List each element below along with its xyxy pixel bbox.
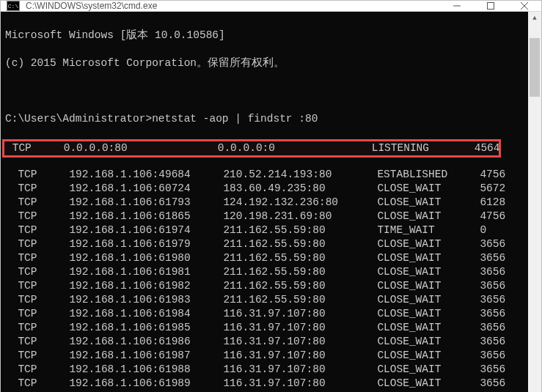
cell-proto: TCP (18, 196, 69, 210)
window-title: C:\WINDOWS\system32\cmd.exe (26, 1, 440, 11)
terminal-area: Microsoft Windows [版本 10.0.10586] (c) 20… (1, 12, 541, 392)
minimize-button[interactable] (440, 1, 474, 11)
cell-foreign: 116.31.97.107:80 (223, 349, 377, 363)
cell-state: CLOSE_WAIT (377, 182, 480, 196)
cell-state: CLOSE_WAIT (377, 265, 480, 279)
cell-proto: TCP (18, 223, 69, 237)
maximize-icon (487, 2, 494, 10)
cell-foreign: 116.31.97.107:80 (223, 307, 377, 321)
cell-foreign: 116.31.97.107:80 (223, 335, 377, 349)
cell-proto: TCP (18, 279, 69, 293)
cell-proto: TCP (18, 377, 69, 391)
banner-line-2: (c) 2015 Microsoft Corporation。保留所有权利。 (5, 56, 524, 70)
cell-foreign: 211.162.55.59:80 (223, 251, 377, 265)
banner-line-1: Microsoft Windows [版本 10.0.10586] (5, 29, 524, 42)
cell-pid: 4756 (480, 210, 505, 223)
highlight-box: TCP0.0.0.0:800.0.0.0:0LISTENING4564 (2, 139, 501, 158)
cell-proto: TCP (18, 363, 69, 377)
cell-local: 192.168.1.106:61793 (69, 196, 223, 210)
cell-pid: 3656 (480, 363, 505, 377)
netstat-row: TCP192.168.1.106:60724183.60.49.235:80CL… (5, 182, 524, 196)
prompt-line: C:\Users\Administrator>netstat -aop | fi… (5, 112, 524, 126)
cell-state: CLOSE_WAIT (377, 363, 480, 377)
netstat-row: TCP192.168.1.106:61987116.31.97.107:80CL… (5, 349, 524, 363)
cell-local: 192.168.1.106:60724 (69, 182, 223, 196)
cell-foreign: 211.162.55.59:80 (223, 223, 377, 237)
cell-foreign: 124.192.132.236:80 (223, 196, 377, 210)
window-controls (440, 1, 541, 11)
cell-pid: 3656 (480, 293, 505, 307)
netstat-row: TCP192.168.1.106:61979211.162.55.59:80CL… (5, 237, 524, 251)
cell-state: LISTENING (372, 141, 475, 155)
cell-state: CLOSE_WAIT (377, 349, 480, 363)
cell-state: ESTABLISHED (377, 168, 480, 182)
scroll-up-button[interactable]: ▲ (528, 12, 541, 25)
cell-state: CLOSE_WAIT (377, 237, 480, 251)
cell-pid: 6128 (480, 196, 505, 210)
cell-pid: 0 (480, 223, 486, 237)
cell-pid: 3656 (480, 321, 505, 335)
cell-local: 192.168.1.106:61986 (69, 335, 223, 349)
cell-local: 192.168.1.106:61980 (69, 251, 223, 265)
cell-local: 192.168.1.106:61985 (69, 321, 223, 335)
cell-state: CLOSE_WAIT (377, 279, 480, 293)
cell-local: 192.168.1.106:61979 (69, 237, 223, 251)
cell-state: TIME_WAIT (377, 223, 480, 237)
cell-proto: TCP (18, 182, 69, 196)
maximize-button[interactable] (474, 1, 508, 11)
cell-pid: 3656 (480, 307, 505, 321)
cell-foreign: 211.162.55.59:80 (223, 265, 377, 279)
cell-local: 192.168.1.106:61984 (69, 307, 223, 321)
minimize-icon (453, 2, 461, 10)
cell-pid: 5672 (480, 182, 505, 196)
cell-local: 192.168.1.106:61974 (69, 223, 223, 237)
netstat-row: TCP192.168.1.106:61793124.192.132.236:80… (5, 196, 524, 210)
cell-pid: 4564 (475, 141, 500, 155)
vertical-scrollbar[interactable]: ▲ ▼ (528, 12, 541, 392)
cell-local: 192.168.1.106:49684 (69, 168, 223, 182)
netstat-row: TCP192.168.1.106:61983211.162.55.59:80CL… (5, 293, 524, 307)
titlebar[interactable]: C:\ C:\WINDOWS\system32\cmd.exe (1, 1, 541, 12)
netstat-row: TCP192.168.1.106:61981211.162.55.59:80CL… (5, 265, 524, 279)
cell-local: 192.168.1.106:61983 (69, 293, 223, 307)
cell-foreign: 210.52.214.193:80 (223, 168, 377, 182)
cell-local: 192.168.1.106:61982 (69, 279, 223, 293)
svg-rect-1 (488, 3, 494, 10)
close-button[interactable] (508, 1, 541, 11)
cell-local: 192.168.1.106:61989 (69, 377, 223, 391)
cell-local: 0.0.0.0:80 (64, 141, 218, 155)
netstat-row: TCP192.168.1.106:61984116.31.97.107:80CL… (5, 307, 524, 321)
highlighted-row: TCP0.0.0.0:800.0.0.0:0LISTENING4564 (5, 140, 524, 154)
cell-proto: TCP (12, 141, 64, 155)
cell-foreign: 116.31.97.107:80 (223, 321, 377, 335)
cell-state: CLOSE_WAIT (377, 321, 480, 335)
terminal-output[interactable]: Microsoft Windows [版本 10.0.10586] (c) 20… (1, 12, 528, 392)
cell-local: 192.168.1.106:61987 (69, 349, 223, 363)
cell-local: 192.168.1.106:61981 (69, 265, 223, 279)
netstat-row: TCP192.168.1.106:61865120.198.231.69:80C… (5, 210, 524, 223)
cell-local: 192.168.1.106:61988 (69, 363, 223, 377)
cell-proto: TCP (18, 237, 69, 251)
cell-foreign: 120.198.231.69:80 (223, 210, 377, 223)
scroll-thumb[interactable] (530, 38, 540, 97)
cell-pid: 4756 (480, 168, 505, 182)
cell-proto: TCP (18, 168, 69, 182)
cell-foreign: 116.31.97.107:80 (223, 363, 377, 377)
netstat-row: TCP192.168.1.106:61980211.162.55.59:80CL… (5, 251, 524, 265)
blank-line (5, 84, 524, 98)
cell-foreign: 0.0.0.0:0 (218, 141, 372, 155)
cmd-window: C:\ C:\WINDOWS\system32\cmd.exe Microsof… (0, 0, 542, 392)
cell-state: CLOSE_WAIT (377, 335, 480, 349)
cell-pid: 3656 (480, 251, 505, 265)
cell-state: CLOSE_WAIT (377, 307, 480, 321)
cell-proto: TCP (18, 307, 69, 321)
cell-proto: TCP (18, 265, 69, 279)
cell-foreign: 116.31.97.107:80 (223, 377, 377, 391)
cell-proto: TCP (18, 293, 69, 307)
cell-local: 192.168.1.106:61865 (69, 210, 223, 223)
cell-pid: 3656 (480, 279, 505, 293)
netstat-row: TCP192.168.1.106:61982211.162.55.59:80CL… (5, 279, 524, 293)
cmd-icon: C:\ (7, 1, 20, 11)
netstat-row: TCP192.168.1.106:61985116.31.97.107:80CL… (5, 321, 524, 335)
cell-pid: 3656 (480, 265, 505, 279)
